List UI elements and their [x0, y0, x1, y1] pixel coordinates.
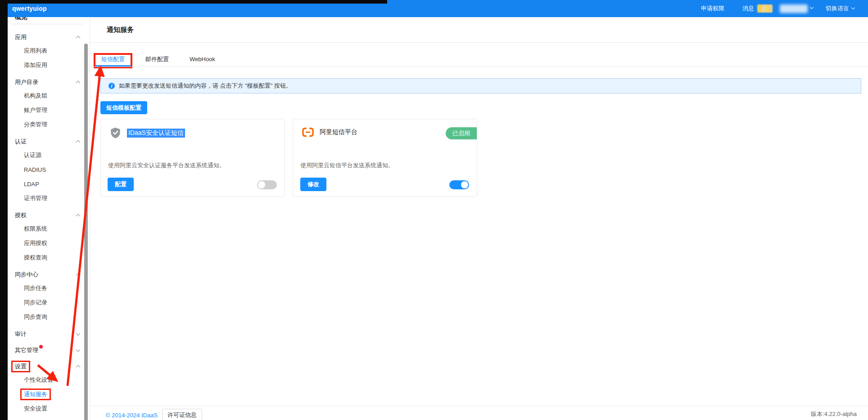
sidebar-item-label: LDAP — [24, 181, 39, 188]
sidebar-item-label: 通知服务 — [22, 390, 50, 399]
sidebar-item-label: 同步中心 — [15, 271, 38, 279]
sidebar-item-label: 账户管理 — [24, 106, 47, 114]
info-banner: i 如果需要更改发送短信通知的内容，请 点击下方 "模板配置" 按钮。 — [100, 78, 861, 94]
sidebar-item-通知服务[interactable]: 通知服务 — [8, 387, 90, 402]
modify-button[interactable]: 修改 — [300, 178, 326, 191]
sidebar-item-同步查询[interactable]: 同步查询 — [8, 310, 90, 324]
card-header: IDaaS安全认证短信 — [109, 127, 185, 139]
sidebar-item-添加应用[interactable]: 添加应用 — [8, 58, 90, 72]
window-edge-strip-left — [0, 0, 8, 420]
sidebar-item-label: 审计 — [15, 330, 27, 338]
sidebar-item-label: 同步任务 — [24, 284, 47, 292]
sidebar-item-机构及组[interactable]: 机构及组 — [8, 89, 90, 103]
chevron-up-icon — [76, 140, 81, 145]
sidebar-item-label: 授权 — [15, 211, 27, 219]
toggle-knob — [258, 181, 265, 188]
sidebar-item-同步记录[interactable]: 同步记录 — [8, 295, 90, 310]
version-label: 版本:4.22.0-alpha — [811, 410, 857, 418]
tab-邮件配置[interactable]: 邮件配置 — [140, 55, 175, 67]
sidebar-item-应用列表[interactable]: 应用列表 — [8, 44, 90, 58]
chevron-up-icon — [76, 81, 81, 85]
chevron-up-icon — [76, 365, 81, 370]
sidebar-separator — [12, 24, 83, 24]
sidebar-item-RADIUS[interactable]: RADIUS — [8, 162, 90, 177]
info-banner-text: 如果需要更改发送短信通知的内容，请 点击下方 "模板配置" 按钮。 — [119, 82, 292, 90]
apply-permission-link[interactable]: 申请权限 — [701, 4, 724, 13]
tab-WebHook[interactable]: WebHook — [184, 55, 221, 67]
copyright-link[interactable]: © 2014-2024 IDaaS — [106, 412, 158, 419]
main-content: 通知服务 短信配置邮件配置WebHook i 如果需要更改发送短信通知的内容，请… — [90, 17, 868, 420]
sidebar-item-label: 认证源 — [24, 151, 41, 159]
info-icon: i — [108, 83, 115, 89]
sidebar-item-安全设置[interactable]: 安全设置 — [8, 402, 90, 416]
sidebar-item-账户管理[interactable]: 账户管理 — [8, 103, 90, 117]
sidebar-item-label: 应用列表 — [24, 47, 47, 55]
switch-language-label: 切换语言 — [826, 5, 849, 12]
sidebar-item-label: 认证 — [15, 138, 27, 146]
card-title-text: 阿里短信平台 — [320, 128, 357, 136]
brand-title: qwertyuiop — [12, 5, 47, 12]
divider — [90, 67, 868, 67]
sms-template-config-button[interactable]: 短信模板配置 — [100, 101, 147, 114]
sidebar-item-LDAP[interactable]: LDAP — [8, 177, 90, 191]
sidebar-item-label: RADIUS — [24, 166, 46, 173]
sidebar-item-label: 同步记录 — [24, 299, 47, 307]
card-title-text-selected: IDaaS安全认证短信 — [127, 129, 185, 138]
sidebar-item-证书管理[interactable]: 证书管理 — [8, 191, 90, 206]
footer-divider — [90, 406, 868, 406]
sidebar: 概览 应用应用列表添加应用用户目录机构及组账户管理分类管理认证认证源RADIUS… — [8, 17, 90, 420]
chevron-down-icon — [76, 348, 81, 352]
license-info-button[interactable]: 许可证信息 — [162, 409, 202, 420]
chevron-up-icon — [76, 214, 81, 219]
sms-provider-card-idaas: IDaaS安全认证短信 使用阿里云安全认证服务平台发送系统通知。 配置 — [100, 119, 285, 197]
messages-link[interactable]: 消息 — [742, 4, 754, 13]
sidebar-item-权限系统[interactable]: 权限系统 — [8, 222, 90, 236]
toggle-knob — [461, 181, 468, 188]
sidebar-item-同步中心[interactable]: 同步中心 — [8, 268, 90, 281]
message-count-badge-blurred[interactable] — [757, 4, 773, 13]
sidebar-item-认证[interactable]: 认证 — [8, 135, 90, 148]
sidebar-item-同步任务[interactable]: 同步任务 — [8, 281, 90, 295]
enable-toggle-on[interactable] — [449, 180, 469, 189]
window-edge-strip-top — [0, 0, 387, 4]
sms-provider-card-aliyun: 阿里短信平台 已启用 使用阿里云短信平台发送系统通知。 修改 — [293, 119, 477, 197]
chevron-up-icon — [76, 273, 81, 278]
sidebar-item-授权查询[interactable]: 授权查询 — [8, 250, 90, 265]
sidebar-item-授权[interactable]: 授权 — [8, 209, 90, 222]
footer: © 2014-2024 IDaaS 许可证信息 — [106, 409, 202, 420]
sidebar-item-分类管理[interactable]: 分类管理 — [8, 117, 90, 132]
sidebar-item-应用授权[interactable]: 应用授权 — [8, 236, 90, 250]
alibaba-cloud-icon — [302, 127, 314, 138]
sidebar-item-应用[interactable]: 应用 — [8, 31, 90, 44]
sidebar-item-clipped[interactable]: 概览 — [15, 17, 27, 21]
chevron-up-icon — [76, 36, 81, 40]
user-menu[interactable] — [780, 4, 813, 13]
divider — [90, 42, 868, 43]
card-description: 使用阿里云短信平台发送系统通知。 — [300, 161, 394, 170]
sidebar-item-label: 分类管理 — [24, 121, 47, 129]
sidebar-item-label: 个性化设置 — [24, 376, 53, 384]
page-title: 通知服务 — [107, 26, 134, 34]
sidebar-item-个性化设置[interactable]: 个性化设置 — [8, 373, 90, 387]
sidebar-item-审计[interactable]: 审计 — [8, 328, 90, 340]
chevron-down-icon — [851, 6, 855, 9]
sidebar-item-用户目录[interactable]: 用户目录 — [8, 76, 90, 89]
card-description: 使用阿里云安全认证服务平台发送系统通知。 — [108, 161, 225, 170]
configure-button[interactable]: 配置 — [108, 178, 134, 191]
sidebar-item-认证源[interactable]: 认证源 — [8, 148, 90, 162]
enable-toggle-off[interactable] — [257, 180, 277, 189]
sidebar-item-其它管理[interactable]: 其它管理 — [8, 344, 90, 357]
sidebar-item-设置[interactable]: 设置 — [8, 360, 90, 373]
switch-language-menu[interactable]: 切换语言 — [826, 4, 854, 13]
sidebar-item-label: 用户目录 — [15, 78, 38, 86]
enabled-status-badge: 已启用 — [446, 127, 477, 139]
sidebar-item-label: 证书管理 — [24, 194, 47, 202]
tab-短信配置[interactable]: 短信配置 — [95, 55, 131, 67]
sidebar-item-label: 安全设置 — [24, 405, 47, 413]
sidebar-item-label: 机构及组 — [24, 92, 47, 100]
notification-dot — [39, 345, 43, 349]
sidebar-item-label: 其它管理 — [15, 346, 38, 354]
sidebar-item-label: 权限系统 — [24, 225, 47, 233]
sidebar-item-label: 同步查询 — [24, 313, 47, 321]
sidebar-scrollbar-thumb[interactable] — [84, 44, 88, 420]
